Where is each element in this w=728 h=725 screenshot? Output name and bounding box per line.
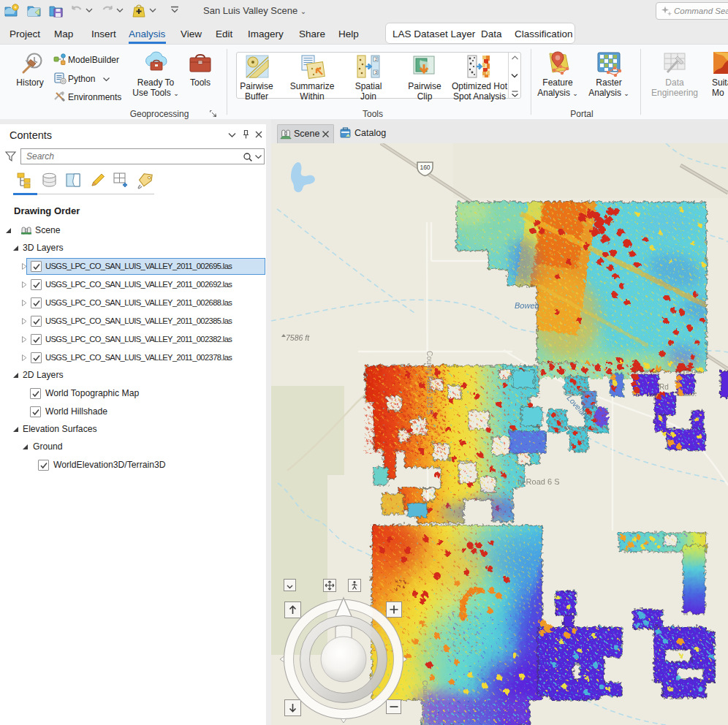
svg-text:County Road 103 S: County Road 103 S: [425, 351, 433, 415]
svg-text:Bowen: Bowen: [515, 301, 539, 310]
svg-text:ty Road 6 S: ty Road 6 S: [517, 477, 559, 486]
svg-text:160: 160: [420, 164, 430, 171]
svg-text:County: County: [421, 680, 431, 704]
svg-text:Rd: Rd: [659, 383, 669, 391]
svg-text:7586 ft: 7586 ft: [286, 333, 310, 342]
svg-text:2: 2: [375, 57, 377, 61]
svg-text:3: 3: [375, 70, 377, 75]
